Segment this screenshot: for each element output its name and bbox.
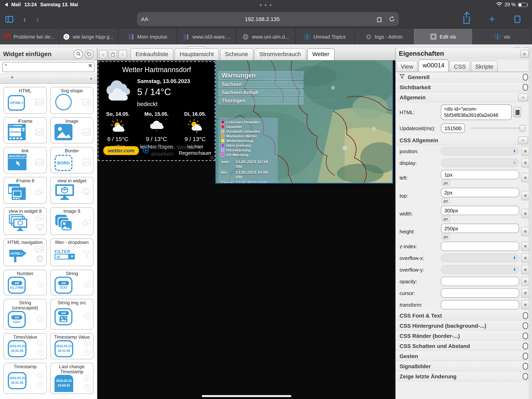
browser-tab-probleme-bei-de[interactable]: Probleme bei de... <box>0 29 59 45</box>
widget-card-string-img-src[interactable]: String img srcval1 <box>50 299 94 329</box>
property-input[interactable]: 250px <box>441 224 519 233</box>
unit-toggle[interactable]: px <box>442 198 450 203</box>
section-css-font-&-text[interactable]: CSS Font & Text <box>396 310 532 321</box>
property-input[interactable]: 300px <box>441 206 519 215</box>
panel-grid-icon[interactable]: ▦ <box>520 50 529 58</box>
unit-toggle[interactable]: px <box>442 180 450 186</box>
widget-search-input[interactable]: * ✕ <box>2 62 95 72</box>
clipboard-icon[interactable] <box>109 50 117 59</box>
section-sichtbarkeit[interactable]: Sichtbarkeit <box>396 82 532 92</box>
url-text[interactable]: 192.168.2.135 <box>148 16 376 22</box>
widget-card-timestamp-value[interactable]: Timestamp Value2016.03.1516:51:561 <box>50 333 94 359</box>
widget-card-link[interactable]: linkwww.link.net <box>4 147 47 173</box>
property-select[interactable]: ▲▼ <box>441 159 519 167</box>
property-input[interactable] <box>441 300 519 309</box>
update-time-input[interactable]: 151500 <box>441 123 465 133</box>
bind-state-icon[interactable]: ★ <box>521 158 530 167</box>
unit-toggle[interactable]: px <box>442 216 450 221</box>
widget-card-string[interactable]: StringvalTEXT1 <box>50 270 94 295</box>
widget-card-html-navigation[interactable]: HTML navigation<HTML> <box>4 238 47 266</box>
section-css-ränder-border[interactable]: CSS Ränder (border-...) <box>396 331 532 341</box>
bind-state-icon[interactable]: ★ <box>521 300 530 309</box>
bind-state-icon[interactable]: ★ <box>521 209 530 218</box>
wettercom-logo[interactable]: wetter.com <box>103 146 139 155</box>
new-tab-icon[interactable]: + <box>489 14 495 24</box>
unit-toggle[interactable]: px <box>442 234 450 239</box>
widget-set-dropdown[interactable]: * ▼ <box>0 74 97 84</box>
section-css-hintergrund-background[interactable]: CSS Hintergrund (background-...) <box>396 321 532 331</box>
browser-tab-logs-admin[interactable]: logs - Admin <box>355 29 414 45</box>
bind-state-icon[interactable]: ★ <box>521 227 530 236</box>
bind-state-icon[interactable]: ★ <box>521 147 530 156</box>
property-select[interactable]: ▲▼ <box>441 265 519 274</box>
section-checkbox[interactable] <box>523 353 528 360</box>
warn-map-widget[interactable]: Warnungen SachsenSachsen-AnhaltThüringen… <box>215 60 393 184</box>
property-input[interactable]: 2px <box>441 188 519 197</box>
home-indicator[interactable] <box>202 395 291 397</box>
section-checkbox[interactable] <box>523 373 528 380</box>
prev-view-button[interactable]: ‹ <box>99 50 108 59</box>
section-checkbox[interactable] <box>523 342 528 349</box>
property-select[interactable]: ▲▼ <box>441 147 519 155</box>
resize-handle[interactable] <box>210 156 214 159</box>
current-weather-link[interactable]: Aktuelles Wetter ansehen <box>143 144 212 157</box>
bind-state-icon[interactable]: ★ <box>521 265 530 274</box>
widget-card-timestamp[interactable]: Timestamp2016.03.1516:51:561 <box>4 363 47 394</box>
widget-card-image[interactable]: Image <box>50 117 94 143</box>
forward-button[interactable]: › <box>36 15 39 23</box>
browser-tab-www-uni-ulm-d[interactable]: www.uni-ulm.d... <box>236 29 296 45</box>
panel-scrollbar[interactable] <box>529 48 532 399</box>
section-checkbox[interactable] <box>523 332 528 339</box>
collapse-icon[interactable]: ▲ <box>518 136 528 144</box>
bind-state-icon[interactable]: ★ <box>521 191 530 200</box>
section-css-schatten-und-abstand[interactable]: CSS Schatten und Abstand <box>396 341 532 351</box>
reload-icon[interactable] <box>389 16 395 22</box>
update-time-slider[interactable] <box>470 127 526 129</box>
property-input[interactable]: 1px <box>441 170 519 179</box>
property-select[interactable]: ▲▼ <box>441 254 519 262</box>
search-icon[interactable] <box>74 49 83 59</box>
browser-tab-wie-lange-hipp-g[interactable]: Gwie lange hipp g... <box>59 29 118 45</box>
html-editor-button[interactable] <box>513 107 521 117</box>
tab-overview-icon[interactable] <box>514 15 520 23</box>
widget-card-svg-shape[interactable]: Svg shape <box>50 87 94 114</box>
bind-state-icon[interactable]: ★ <box>521 173 530 182</box>
reader-button[interactable]: AA <box>141 16 148 22</box>
properties-tab-view[interactable]: View <box>396 61 418 72</box>
generell-checkbox[interactable] <box>523 73 528 80</box>
widget-card-timesvalue[interactable]: TimesValue2016.03.1516:51:561 <box>4 333 47 359</box>
view-tab-wetter[interactable]: Wetter <box>307 48 334 60</box>
section-generell[interactable]: Generell <box>396 72 532 82</box>
browser-tab-www-isl3-ware[interactable]: www.isl3-ware.... <box>177 29 237 45</box>
next-view-button[interactable]: › <box>118 50 127 59</box>
weather-widget[interactable]: Wetter Hartmannsdorf Samstag, 13.05.2023… <box>98 61 215 161</box>
share-icon[interactable] <box>463 16 470 24</box>
bind-state-icon[interactable]: ★ <box>521 288 530 298</box>
browser-tab-edit-vis[interactable]: Edit vis <box>414 29 473 45</box>
browser-tab-vis[interactable]: vis <box>473 29 532 45</box>
widget-card-last-change-timestamp[interactable]: Last change Timestamp2016.03.1515:50:511 <box>50 363 94 394</box>
extension-icon[interactable] <box>376 16 382 22</box>
browser-tab-unread-topics[interactable]: Unread Topics <box>296 29 355 45</box>
section-checkbox[interactable] <box>523 312 528 319</box>
view-tab-einkaufsliste[interactable]: Einkaufsliste <box>130 48 173 60</box>
address-bar[interactable]: AA 192.168.2.135 <box>137 12 399 26</box>
properties-tab-css[interactable]: CSS <box>450 61 470 72</box>
view-canvas[interactable]: Wetter Hartmannsdorf Samstag, 13.05.2023… <box>97 60 395 399</box>
property-input[interactable] <box>441 277 519 286</box>
collapse-icon[interactable]: ▲ <box>518 93 528 101</box>
html-value-input[interactable]: <div id="wcom- 5bf34f638a391d0a2e048 <box>441 104 512 120</box>
widget-card-border[interactable]: BorderBORD <box>50 147 94 173</box>
warn-region-sachsen-anhalt[interactable]: Sachsen-Anhalt <box>218 89 303 96</box>
section-gesten[interactable]: Gesten <box>396 351 532 361</box>
multitask-dots[interactable]: ● ● ● <box>0 3 532 7</box>
bind-state-icon[interactable]: ★ <box>521 242 530 251</box>
section-signalbilder[interactable]: Signalbilder <box>396 361 532 371</box>
section-allgemein[interactable]: Allgemein ▲ <box>396 92 532 103</box>
sidebar-toggle-icon[interactable] <box>6 16 13 22</box>
widget-card-number[interactable]: Numberval53, 27MB1 <box>4 270 47 295</box>
view-tab-scheune[interactable]: Scheune <box>220 48 253 60</box>
section-checkbox[interactable] <box>523 363 528 370</box>
section-css-allgemein[interactable]: CSS Allgemein ▲ <box>396 135 532 145</box>
widget-card-iframe-8[interactable]: iFrame 8 <box>4 177 47 204</box>
